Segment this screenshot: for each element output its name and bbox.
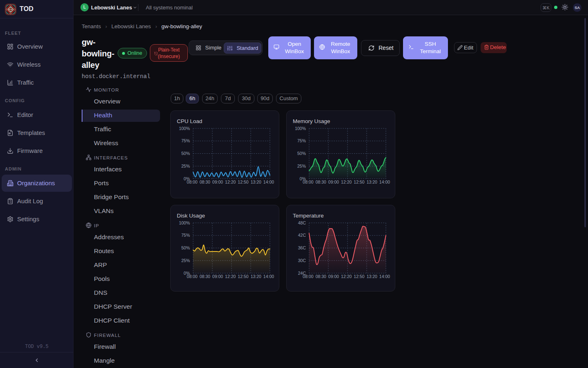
svg-text:09:00: 09:00 [212, 180, 223, 184]
svg-text:100%: 100% [179, 126, 190, 131]
svg-text:12:50: 12:50 [238, 180, 248, 184]
svg-text:08:00: 08:00 [187, 180, 197, 184]
svg-text:12:50: 12:50 [354, 274, 364, 279]
svg-text:08:30: 08:30 [200, 274, 210, 279]
svg-text:13:20: 13:20 [367, 180, 377, 184]
svg-text:08:00: 08:00 [187, 274, 197, 279]
svg-text:14:00: 14:00 [379, 180, 390, 184]
svg-text:08:30: 08:30 [316, 180, 326, 184]
svg-text:14:00: 14:00 [263, 274, 274, 279]
svg-text:08:00: 08:00 [303, 180, 313, 184]
svg-text:12:50: 12:50 [238, 274, 248, 279]
svg-text:50%: 50% [181, 151, 190, 156]
svg-text:09:00: 09:00 [328, 180, 339, 184]
svg-text:48C: 48C [298, 220, 306, 225]
svg-text:50%: 50% [181, 245, 190, 250]
svg-text:12:20: 12:20 [225, 274, 236, 279]
svg-text:25%: 25% [181, 258, 190, 263]
svg-text:13:20: 13:20 [367, 274, 377, 279]
svg-text:08:30: 08:30 [200, 180, 210, 184]
svg-text:12:20: 12:20 [341, 180, 352, 184]
svg-text:14:00: 14:00 [263, 180, 274, 184]
svg-text:75%: 75% [297, 138, 306, 143]
svg-text:12:20: 12:20 [341, 274, 352, 279]
svg-text:13:20: 13:20 [251, 180, 261, 184]
svg-text:12:50: 12:50 [354, 180, 364, 184]
svg-text:50%: 50% [297, 151, 306, 156]
svg-text:13:20: 13:20 [251, 274, 261, 279]
svg-text:75%: 75% [181, 138, 190, 143]
svg-text:75%: 75% [181, 233, 190, 238]
svg-text:36C: 36C [298, 245, 306, 250]
svg-text:42C: 42C [298, 233, 306, 238]
svg-text:100%: 100% [179, 220, 190, 225]
svg-text:09:00: 09:00 [212, 274, 223, 279]
svg-text:25%: 25% [297, 164, 306, 168]
svg-text:08:00: 08:00 [303, 274, 313, 279]
svg-text:14:00: 14:00 [379, 274, 390, 279]
svg-text:30C: 30C [298, 258, 306, 263]
svg-text:100%: 100% [295, 126, 306, 131]
svg-text:12:20: 12:20 [225, 180, 236, 184]
svg-text:25%: 25% [181, 164, 190, 168]
svg-text:09:00: 09:00 [328, 274, 339, 279]
svg-text:08:30: 08:30 [316, 274, 326, 279]
